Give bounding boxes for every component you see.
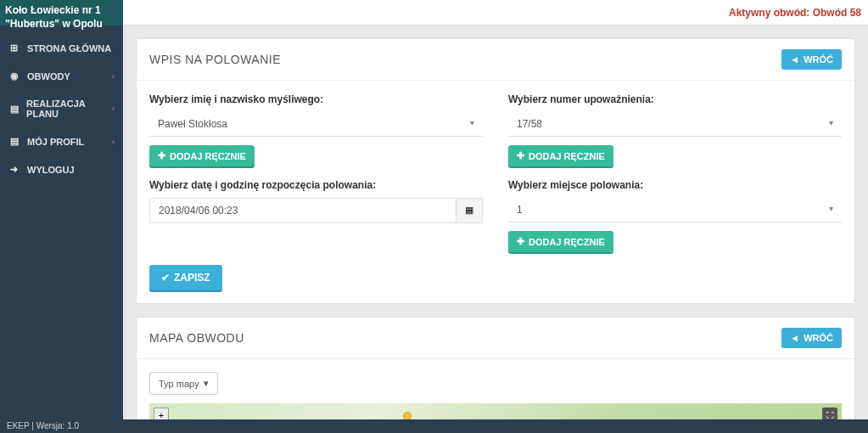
place-select-wrapper: 1 (508, 198, 842, 222)
calendar-icon: ▦ (465, 205, 473, 215)
back-icon: ◄ (790, 333, 799, 343)
check-icon: ✔ (161, 272, 170, 284)
panel-wpis: WPIS NA POLOWANIE ◄ WRÓĆ Wybierz imię i … (136, 38, 855, 304)
zoom-in-button[interactable]: + (154, 408, 169, 419)
back-label: WRÓĆ (804, 333, 833, 343)
panel-body: Wybierz imię i nazwisko myśliwego: Paweł… (137, 81, 854, 303)
hunter-label: Wybierz imię i nazwisko myśliwego: (149, 93, 483, 105)
main-content: WPIS NA POLOWANIE ◄ WRÓĆ Wybierz imię i … (123, 25, 868, 419)
chevron-left-icon: ‹ (112, 138, 115, 146)
map-type-label: Typ mapy (159, 379, 199, 389)
add-auth-button[interactable]: ✚ DODAJ RĘCZNIE (508, 145, 613, 166)
panel-header: MAPA OBWODU ◄ WRÓĆ (137, 318, 854, 359)
map-type-button[interactable]: Typ mapy ▾ (149, 372, 218, 395)
form-col-auth: Wybierz numer upoważnienia: 17/58 ✚ DODA… (508, 93, 842, 166)
plus-icon: ✚ (517, 150, 524, 161)
add-label: DODAJ RĘCZNIE (170, 151, 246, 161)
panel-header: WPIS NA POLOWANIE ◄ WRÓĆ (137, 39, 854, 81)
map-zoom-controls: + − (154, 408, 169, 419)
add-hunter-button[interactable]: ✚ DODAJ RĘCZNIE (149, 145, 255, 166)
date-input-group: ▦ (149, 198, 483, 223)
back-icon: ◄ (790, 54, 799, 65)
panel-title: WPIS NA POLOWANIE (149, 53, 281, 66)
file-icon: ▤ (10, 136, 20, 147)
add-label: DODAJ RĘCZNIE (529, 151, 605, 161)
place-label: Wybierz miejsce polowania: (508, 179, 842, 191)
auth-label: Wybierz numer upoważnienia: (508, 93, 842, 105)
globe-icon: ◉ (10, 70, 20, 82)
fullscreen-button[interactable]: ⛶ (822, 408, 837, 419)
dashboard-icon: ⊞ (10, 42, 20, 53)
footer-text: EKEP | Wersja: 1.0 (7, 421, 79, 430)
form-col-date: Wybierz datę i godzinę rozpoczęcia polow… (149, 179, 483, 252)
panel-map: MAPA OBWODU ◄ WRÓĆ Typ mapy ▾ + − ⛶ (136, 317, 855, 419)
caret-down-icon: ▾ (204, 378, 209, 389)
sidebar-item-realizacja[interactable]: ▤ REALIZACJA PLANU ‹ (0, 90, 123, 127)
chevron-left-icon: ‹ (112, 72, 115, 81)
chevron-left-icon: ‹ (112, 104, 115, 113)
sidebar: Koło Łowieckie nr 1 "Hubertus" w Opolu ⊞… (0, 0, 123, 419)
plus-icon: ✚ (158, 150, 165, 161)
footer: EKEP | Wersja: 1.0 (0, 419, 868, 433)
sidebar-item-label: WYLOGUJ (27, 165, 75, 175)
add-place-button[interactable]: ✚ DODAJ RĘCZNIE (508, 231, 613, 252)
file-icon: ▤ (10, 104, 20, 115)
active-district-status: Aktywny obwód: Obwód 58 (729, 7, 861, 19)
panel-body: Typ mapy ▾ + − ⛶ Buszyce Golczowice Skor… (137, 359, 854, 419)
sidebar-nav: ⊞ STRONA GŁÓWNA ◉ OBWODY ‹ ▤ REALIZACJA … (0, 25, 123, 183)
back-button[interactable]: ◄ WRÓĆ (781, 49, 842, 70)
sidebar-item-label: MÓJ PROFIL (27, 137, 84, 147)
save-button[interactable]: ✔ ZAPISZ (149, 265, 222, 290)
hunter-select[interactable]: Paweł Stokłosa (149, 112, 483, 137)
form-row: Wybierz imię i nazwisko myśliwego: Paweł… (149, 93, 842, 166)
header-line2: "Hubertus" w Opolu (5, 18, 118, 31)
map-marker[interactable] (403, 412, 412, 419)
sidebar-item-label: OBWODY (27, 71, 70, 82)
sidebar-item-label: REALIZACJA PLANU (26, 98, 113, 119)
auth-select[interactable]: 17/58 (508, 112, 842, 137)
add-label: DODAJ RĘCZNIE (529, 237, 605, 247)
place-select[interactable]: 1 (508, 198, 842, 222)
form-row: Wybierz datę i godzinę rozpoczęcia polow… (149, 179, 842, 252)
save-label: ZAPISZ (174, 272, 210, 284)
date-input[interactable] (149, 198, 456, 223)
plus-icon: ✚ (517, 236, 524, 247)
back-label: WRÓĆ (804, 54, 833, 65)
map-canvas[interactable]: + − ⛶ Buszyce Golczowice Skorogoszcz-Par… (149, 403, 842, 419)
panel-title: MAPA OBWODU (149, 331, 244, 345)
back-button[interactable]: ◄ WRÓĆ (781, 328, 842, 348)
form-col-place: Wybierz miejsce polowania: 1 ✚ DODAJ RĘC… (508, 179, 842, 252)
form-col-hunter: Wybierz imię i nazwisko myśliwego: Paweł… (149, 93, 483, 166)
hunter-select-wrapper: Paweł Stokłosa (149, 112, 483, 137)
topbar: Aktywny obwód: Obwód 58 (123, 0, 868, 25)
calendar-button[interactable]: ▦ (456, 198, 483, 223)
sidebar-item-label: STRONA GŁÓWNA (27, 43, 111, 53)
date-label: Wybierz datę i godzinę rozpoczęcia polow… (149, 179, 483, 191)
sidebar-item-profil[interactable]: ▤ MÓJ PROFIL ‹ (0, 127, 123, 155)
sidebar-item-obwody[interactable]: ◉ OBWODY ‹ (0, 62, 123, 90)
logout-icon: ➜ (10, 164, 20, 175)
header-line1: Koło Łowieckie nr 1 (5, 4, 118, 18)
sidebar-item-wyloguj[interactable]: ➜ WYLOGUJ (0, 155, 123, 183)
auth-select-wrapper: 17/58 (508, 112, 842, 137)
sidebar-header: Koło Łowieckie nr 1 "Hubertus" w Opolu (0, 0, 123, 25)
sidebar-item-home[interactable]: ⊞ STRONA GŁÓWNA (0, 34, 123, 62)
